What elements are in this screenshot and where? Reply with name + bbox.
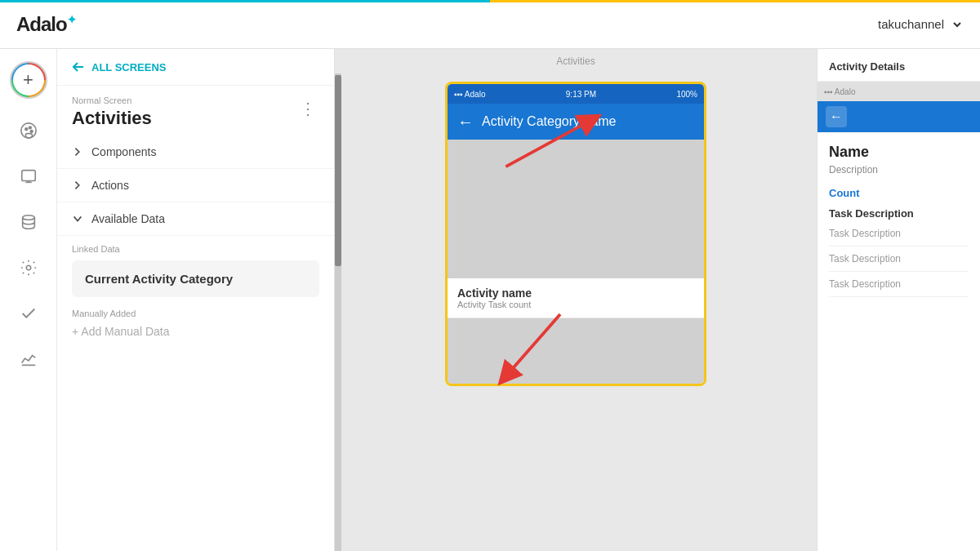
- screen-type-label: Normal Screen: [72, 96, 152, 105]
- add-manual-button[interactable]: + Add Manual Data: [72, 325, 169, 338]
- topbar: Adalo✦ takuchannel: [0, 0, 980, 49]
- detail-task-main: Task Description: [829, 207, 969, 220]
- phone-back-icon: ←: [457, 113, 474, 131]
- phone-nav-bar: ← Activity Category name: [448, 104, 704, 140]
- chevron-down-icon: [951, 18, 964, 31]
- top-accent: [0, 0, 980, 2]
- add-icon: +: [13, 64, 44, 96]
- right-details: Name Description Count Task Description …: [817, 132, 980, 315]
- left-panel: ALL SCREENS Normal Screen Activities ⋮ C…: [57, 49, 335, 551]
- phone-card-text: Activity name Activity Task count: [448, 278, 704, 318]
- back-nav-label: ALL SCREENS: [91, 61, 167, 73]
- phone-wrapper: ▪▪▪ Adalo 9:13 PM 100% ← Activity Catego…: [335, 73, 817, 551]
- detail-task-sub-1: Task Description: [829, 228, 969, 247]
- available-data-section[interactable]: Available Data: [57, 202, 334, 236]
- detail-task-sub-3: Task Description: [829, 278, 969, 297]
- canvas-label: Activities: [335, 49, 817, 73]
- chart-icon: [20, 350, 38, 368]
- svg-point-8: [26, 265, 31, 270]
- palette-button[interactable]: [10, 112, 47, 149]
- screen-icon: [20, 167, 38, 185]
- icon-sidebar: +: [0, 49, 57, 551]
- detail-desc: Description: [829, 164, 969, 176]
- status-signal: ▪▪▪ Adalo: [454, 90, 485, 99]
- detail-task-sub-2: Task Description: [829, 253, 969, 272]
- svg-point-2: [29, 127, 31, 129]
- more-button[interactable]: ⋮: [296, 96, 319, 122]
- screen-title: Activities: [72, 108, 152, 129]
- add-button[interactable]: +: [10, 61, 47, 99]
- card-subtitle: Activity Task count: [457, 300, 694, 309]
- svg-point-0: [20, 123, 35, 138]
- svg-point-7: [22, 216, 34, 220]
- components-label: Components: [91, 145, 156, 158]
- right-back-btn: ←: [826, 106, 847, 127]
- main-layout: +: [0, 49, 980, 551]
- check-icon: [20, 304, 38, 322]
- svg-point-3: [30, 131, 33, 133]
- right-panel-title: Activity Details: [817, 49, 980, 82]
- gear-icon: [20, 259, 38, 277]
- chevron-down-icon-2: [72, 213, 83, 224]
- available-data-label: Available Data: [91, 212, 165, 225]
- data-section: Linked Data Current Activity Category Ma…: [57, 236, 334, 343]
- status-battery: 100%: [676, 90, 697, 99]
- database-icon: [20, 213, 38, 231]
- screen-button[interactable]: [10, 158, 47, 195]
- card-title: Activity name: [457, 287, 694, 300]
- screen-info: Normal Screen Activities: [72, 96, 152, 129]
- logo-text: Adalo✦: [16, 13, 76, 36]
- screen-title-area: Normal Screen Activities ⋮: [57, 86, 334, 136]
- canvas-area: Activities ▪▪▪ Adalo 9:13 PM 100% ← Acti…: [335, 49, 817, 551]
- chevron-right-icon: [72, 146, 83, 158]
- settings-button[interactable]: [10, 249, 47, 287]
- canvas-scroll-thumb: [335, 75, 341, 266]
- chart-button[interactable]: [10, 340, 47, 378]
- right-signal: ▪▪▪ Adalo: [824, 87, 855, 96]
- phone-card2: [448, 318, 704, 384]
- detail-count: Count: [829, 187, 969, 199]
- add-manual-label: + Add Manual Data: [72, 325, 169, 338]
- phone-status-bar: ▪▪▪ Adalo 9:13 PM 100%: [448, 84, 704, 104]
- components-section[interactable]: Components: [57, 136, 334, 169]
- right-panel: Activity Details ▪▪▪ Adalo ← Name Descri…: [817, 49, 980, 551]
- user-menu[interactable]: takuchannel: [878, 17, 964, 31]
- right-panel-nav: ←: [817, 101, 980, 132]
- manually-added-label: Manually Added: [72, 309, 319, 318]
- palette-icon: [20, 122, 38, 140]
- actions-section[interactable]: Actions: [57, 169, 334, 202]
- chevron-right-icon-2: [72, 180, 83, 191]
- back-arrow-icon: [72, 60, 85, 73]
- back-nav[interactable]: ALL SCREENS: [57, 49, 334, 86]
- right-phone-status: ▪▪▪ Adalo: [817, 82, 980, 101]
- logo: Adalo✦: [16, 13, 76, 36]
- svg-rect-4: [21, 171, 35, 181]
- phone-frame: ▪▪▪ Adalo 9:13 PM 100% ← Activity Catego…: [445, 82, 706, 386]
- canvas-scroll-track[interactable]: [335, 73, 341, 551]
- svg-point-1: [24, 128, 27, 131]
- database-button[interactable]: [10, 203, 47, 241]
- phone-nav-title: Activity Category name: [482, 114, 617, 129]
- linked-data-label: Linked Data: [72, 244, 319, 254]
- status-time: 9:13 PM: [566, 90, 596, 99]
- current-activity-box[interactable]: Current Activity Category: [72, 260, 319, 297]
- user-name: takuchannel: [878, 17, 944, 31]
- phone-card-image: [448, 140, 704, 278]
- check-button[interactable]: [10, 295, 47, 332]
- detail-name: Name: [829, 144, 969, 161]
- actions-label: Actions: [91, 179, 129, 192]
